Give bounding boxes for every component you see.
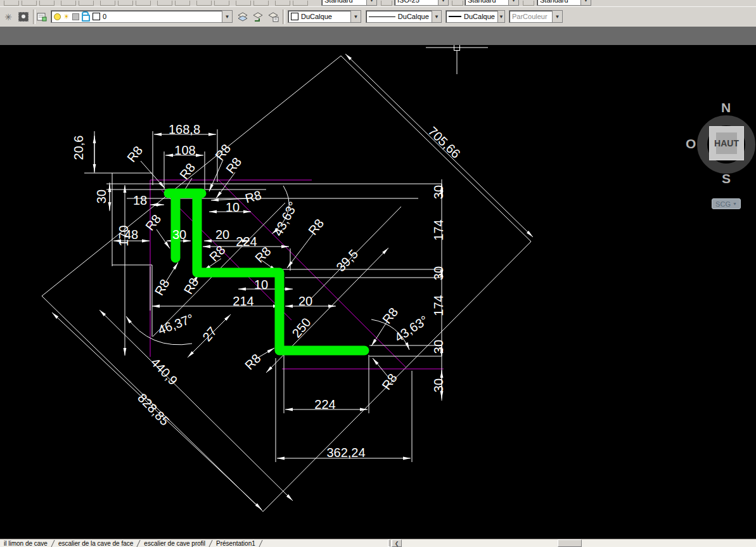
svg-text:20: 20 <box>298 294 312 308</box>
window-gray-band <box>0 27 756 45</box>
table-style-icon[interactable] <box>452 1 463 6</box>
svg-text:R8: R8 <box>242 351 264 373</box>
scrollbar-splitter[interactable] <box>388 539 390 547</box>
svg-text:10: 10 <box>254 278 268 292</box>
render-button[interactable] <box>16 9 30 25</box>
layer-thaw-sun-icon[interactable]: ☀ <box>63 13 70 20</box>
svg-text:168,8: 168,8 <box>169 122 200 136</box>
svg-text:250: 250 <box>290 315 314 340</box>
chevron-down-icon[interactable]: ▼ <box>366 0 376 5</box>
toolbar-icon-stub[interactable] <box>136 1 151 6</box>
svg-text:214: 214 <box>233 294 253 308</box>
gear-icon: ✳ <box>4 12 12 22</box>
toolbar-icon-stub[interactable] <box>196 1 212 6</box>
svg-text:174: 174 <box>432 295 445 316</box>
drawing-canvas[interactable]: .w{stroke:#fff;stroke-width:1;fill:none;… <box>0 45 756 539</box>
toolbar-icon-stub[interactable] <box>22 1 37 6</box>
layer-freeze-viewport-icon[interactable] <box>72 13 79 20</box>
svg-text:30: 30 <box>172 228 186 241</box>
chevron-down-icon[interactable]: ▼ <box>438 0 448 5</box>
table-style-combo[interactable]: Standard ▼ <box>464 0 519 6</box>
toolbar-icon-stub[interactable] <box>293 1 308 6</box>
svg-text:46,37°: 46,37° <box>156 311 195 337</box>
toolbar-styles-row: Standard ▼ ISO-25 ▼ Standard ▼ Standard … <box>0 0 756 6</box>
chevron-down-icon[interactable]: ▼ <box>580 0 591 5</box>
svg-text:224: 224 <box>236 235 257 248</box>
chevron-down-icon[interactable]: ▼ <box>508 0 518 5</box>
scrollbar-left-arrow[interactable]: ❮ <box>392 539 402 547</box>
layers-icon <box>37 12 47 22</box>
layer-stack-icon <box>238 12 248 22</box>
svg-text:R8: R8 <box>243 188 262 205</box>
svg-text:30: 30 <box>432 378 445 392</box>
toolbar-icon-stub[interactable] <box>253 1 269 6</box>
tab-escalier-cave-face[interactable]: escalier de la cave de face <box>54 540 137 547</box>
lineweight-sample <box>449 16 461 17</box>
ucs-label: SCG <box>715 200 731 208</box>
layer-previous-icon <box>253 12 264 22</box>
horizontal-scrollbar-thumb[interactable] <box>558 539 582 547</box>
layer-properties-button[interactable] <box>35 9 48 25</box>
toolbar-icon-stub[interactable] <box>275 1 290 6</box>
toolbar-icon-stub[interactable] <box>61 1 76 6</box>
layer-on-bulb-icon[interactable] <box>54 13 61 20</box>
layer-states-button[interactable] <box>266 9 280 25</box>
toolbar-icon-stub[interactable] <box>79 1 94 6</box>
color-combo[interactable]: DuCalque ▼ <box>288 10 361 23</box>
svg-text:R8: R8 <box>380 305 400 326</box>
svg-text:30: 30 <box>432 185 445 199</box>
linetype-combo[interactable]: DuCalque ▼ <box>366 10 442 23</box>
plotstyle-combo[interactable]: ParCouleur ▼ <box>509 10 563 23</box>
lineweight-combo[interactable]: DuCalque ▼ <box>445 10 505 23</box>
viewcube-face-label: HAUT <box>714 138 739 148</box>
cad-drawing: .w{stroke:#fff;stroke-width:1;fill:none;… <box>0 45 756 539</box>
svg-text:43,63°: 43,63° <box>392 313 431 345</box>
layer-previous-button[interactable] <box>251 9 265 25</box>
chevron-down-icon[interactable]: ▼ <box>497 11 504 22</box>
svg-text:10: 10 <box>226 200 240 214</box>
make-layer-current-button[interactable] <box>236 9 250 25</box>
viewcube-west[interactable]: O <box>686 136 696 151</box>
svg-text:R8: R8 <box>124 143 145 165</box>
svg-text:39,5: 39,5 <box>333 247 361 274</box>
toolbar-icon-stub[interactable] <box>175 1 190 6</box>
tab-limon-de-cave[interactable]: il limon de cave <box>0 540 51 547</box>
dim-style-combo[interactable]: ISO-25 ▼ <box>394 0 449 6</box>
viewcube-south[interactable]: S <box>722 171 731 186</box>
mleader-style-combo[interactable]: Standard ▼ <box>537 0 591 6</box>
toolbar-icon-stub[interactable] <box>236 1 251 6</box>
text-style-combo[interactable]: Standard ▼ <box>321 0 377 6</box>
svg-text:43,63°: 43,63° <box>271 199 300 238</box>
toolbar-icon-stub[interactable] <box>4 1 19 6</box>
render-settings-button[interactable]: ✳ <box>1 9 15 25</box>
extension-lines <box>84 129 442 462</box>
toolbar-icon-stub[interactable] <box>118 1 133 6</box>
tab-presentation1[interactable]: Présentation1 <box>212 540 259 547</box>
viewcube-north[interactable]: N <box>721 100 731 115</box>
chevron-down-icon[interactable]: ▼ <box>350 11 361 22</box>
chevron-down-icon[interactable]: ▼ <box>432 11 441 22</box>
layer-color-swatch[interactable] <box>93 13 100 20</box>
viewcube-face-top[interactable]: HAUT <box>709 126 744 160</box>
mleader-style-icon[interactable] <box>523 1 534 6</box>
stair-profile-highlight[interactable] <box>169 193 364 351</box>
ucs-menu-button[interactable]: SCG ▼ <box>712 198 741 209</box>
toolbar-icon-stub[interactable] <box>157 1 172 6</box>
toolbar-icon-stub[interactable] <box>214 1 229 6</box>
tab-divider <box>259 540 262 547</box>
layer-states-icon <box>268 12 279 22</box>
layer-combo[interactable]: ☀ 0 ▼ <box>51 10 233 23</box>
svg-text:R8: R8 <box>207 243 228 264</box>
svg-text:108: 108 <box>174 143 195 157</box>
toolbar-icon-stub[interactable] <box>100 1 115 6</box>
toolbar-icon-stub[interactable] <box>39 1 54 6</box>
layer-unlock-icon[interactable] <box>82 15 90 22</box>
text-style-value: Standard <box>324 0 353 4</box>
tab-escalier-cave-profil[interactable]: escalier de cave profil <box>140 540 209 547</box>
svg-text:R8: R8 <box>152 277 172 298</box>
svg-text:705,66: 705,66 <box>426 124 463 161</box>
dim-style-icon[interactable] <box>381 1 392 6</box>
svg-text:828,85: 828,85 <box>135 390 172 428</box>
chevron-down-icon[interactable]: ▼ <box>222 11 232 22</box>
svg-text:20: 20 <box>215 228 229 241</box>
